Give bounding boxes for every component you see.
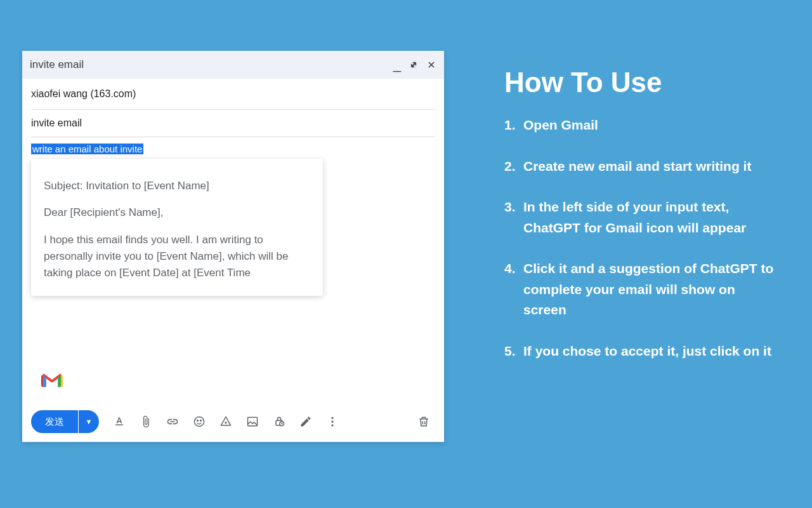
email-body[interactable]: write an email about invite Subject: Inv… [22,137,444,372]
subject-field[interactable]: invite email [22,110,444,137]
minimize-icon[interactable]: _ [393,58,401,72]
signature-icon[interactable] [299,415,312,428]
screenshot-panel: invite email _ xiaofei wang (163.com) in… [0,0,444,508]
svg-point-8 [331,420,333,422]
send-button-group: 发送 ▼ [31,410,99,433]
send-more-button[interactable]: ▼ [79,410,99,433]
suggestion-subject: Subject: Invitation to [Event Name] [44,178,310,194]
trash-icon[interactable] [417,415,430,428]
maximize-icon[interactable] [409,60,419,70]
suggestion-greeting: Dear [Recipient's Name], [44,204,310,221]
svg-rect-4 [248,417,258,425]
svg-point-3 [225,422,226,424]
instructions-panel: How To Use Open Gmail Create new email a… [444,0,780,508]
svg-point-9 [331,424,333,426]
close-icon[interactable] [426,60,436,70]
howto-title: How To Use [504,67,780,98]
window-controls: _ [393,58,436,72]
attach-icon[interactable] [140,415,152,428]
subject-value: invite email [31,117,82,129]
chatgpt-gmail-icon[interactable] [41,372,63,389]
image-icon[interactable] [246,415,259,428]
compose-toolbar: 发送 ▼ [22,401,444,442]
format-toolbar [113,415,339,428]
steps-list: Open Gmail Create new email and start wr… [504,115,780,361]
confidential-icon[interactable] [273,415,285,428]
step-item: In the left side of your input text, Cha… [504,197,780,238]
format-icon[interactable] [113,415,126,428]
selected-prompt-text[interactable]: write an email about invite [31,144,143,154]
step-item: Open Gmail [504,115,780,136]
emoji-icon[interactable] [193,415,206,428]
step-item: Click it and a suggestion of ChatGPT to … [504,258,780,321]
compose-window: invite email _ xiaofei wang (163.com) in… [22,51,444,442]
gmail-icon-slot [22,372,444,401]
suggestion-body: I hope this email finds you well. I am w… [44,232,310,282]
svg-point-1 [197,420,199,422]
drive-icon[interactable] [219,415,232,428]
to-field[interactable]: xiaofei wang (163.com) [22,79,444,109]
compose-window-title: invite email [30,58,84,71]
more-icon[interactable] [326,415,339,428]
svg-point-7 [331,417,333,419]
send-button[interactable]: 发送 [31,410,78,433]
to-value: xiaofei wang (163.com) [31,88,136,100]
chatgpt-suggestion-popup[interactable]: Subject: Invitation to [Event Name] Dear… [31,159,323,296]
step-item: Create new email and start writing it [504,156,780,177]
step-item: If you chose to accept it, just click on… [504,341,780,362]
compose-header: invite email _ [22,51,444,79]
link-icon[interactable] [166,415,179,428]
svg-point-0 [195,417,204,427]
svg-point-2 [200,420,202,422]
